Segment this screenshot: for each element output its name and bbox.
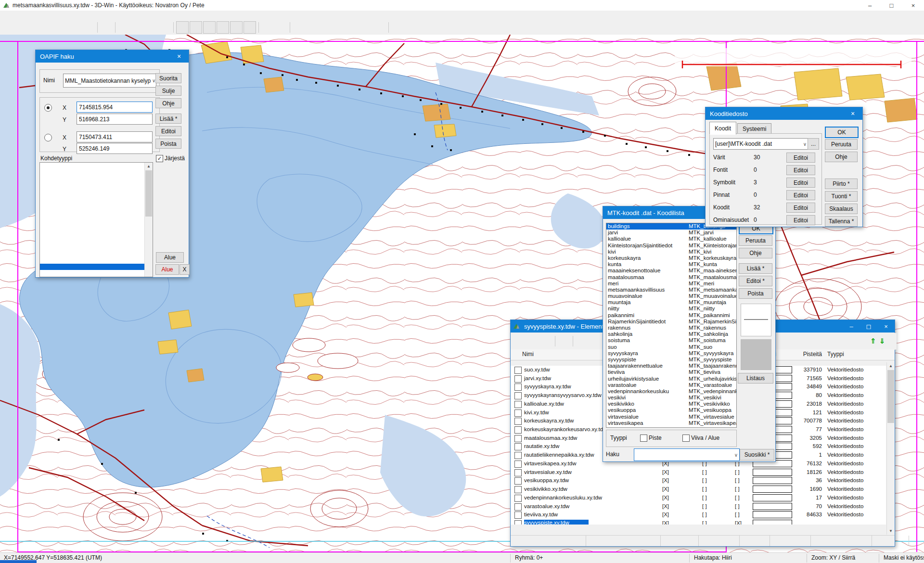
alue-button[interactable]: Alue — [156, 252, 184, 263]
element-scrollbar[interactable]: ▲ ▼ — [886, 362, 895, 535]
KiinteistorajanSijaintitiedot[interactable]: KiinteistorajanSijaintitiedot MTK_Kiinte… — [606, 243, 736, 249]
file-checkbox[interactable] — [514, 401, 522, 408]
file-checkbox[interactable] — [514, 520, 522, 525]
file-checkbox[interactable] — [514, 392, 522, 399]
vesikivikko[interactable]: vesikivikko MTK_vesikivikko — [606, 401, 736, 407]
jarjesta-checkbox[interactable] — [156, 155, 163, 162]
delete-button[interactable]: Poista — [155, 139, 181, 149]
flag-3[interactable]: [X] — [735, 520, 742, 525]
flag-3[interactable]: [ ] — [735, 503, 740, 509]
tuonti-button[interactable]: Tuonti * — [825, 191, 858, 202]
minimize-icon[interactable]: – — [859, 0, 881, 11]
syvyyspiste[interactable]: syvyyspiste MTK_syvyyspiste — [606, 357, 736, 363]
hatch-pattern-icon[interactable] — [158, 21, 171, 34]
redo-icon[interactable] — [275, 21, 287, 34]
list-item[interactable] — [40, 239, 153, 245]
redraw-icon[interactable] — [190, 21, 202, 34]
menu-item[interactable] — [116, 14, 127, 16]
vesikivi[interactable]: vesikivi MTK_vesikivi — [606, 395, 736, 401]
flag-3[interactable]: [ ] — [735, 495, 740, 500]
flag-2[interactable]: [ ] — [702, 477, 707, 483]
suorita-button[interactable]: Suorita — [155, 73, 181, 83]
editoi-button[interactable]: Editoi — [786, 215, 815, 225]
editoi-button[interactable]: Editoi — [786, 165, 815, 175]
skaalaus-button[interactable]: Skaalaus — [825, 204, 858, 214]
korkeuskayra[interactable]: korkeuskayra MTK_korkeuskayra — [606, 255, 736, 261]
file-checkbox[interactable] — [514, 452, 522, 459]
browse-button[interactable]: ... — [808, 138, 819, 150]
vedenpinnankorkeusluku[interactable]: vedenpinnankorkeusluku MTK_vedenpinnanko… — [606, 388, 736, 395]
flag-1[interactable]: [X] — [662, 512, 669, 517]
save-as-icon[interactable] — [55, 21, 68, 34]
point-add-multi-icon[interactable] — [320, 21, 332, 34]
undo-icon[interactable] — [261, 21, 274, 34]
tab-koodit[interactable]: Koodit — [709, 122, 736, 135]
list-item[interactable] — [40, 232, 153, 239]
sahkolinja[interactable]: sahkolinja MTK_sahkolinja — [606, 331, 736, 337]
file-checkbox[interactable] — [514, 375, 522, 383]
edit-button[interactable]: Editoi * — [739, 276, 772, 286]
copy-clipboard-icon[interactable] — [100, 21, 113, 34]
add-file-icon[interactable] — [558, 335, 570, 347]
soistuma[interactable]: soistuma MTK_soistuma — [606, 337, 736, 344]
list-item[interactable] — [40, 207, 153, 213]
color-swatch[interactable] — [753, 503, 792, 510]
menu-item[interactable] — [106, 14, 116, 16]
menu-item[interactable] — [32, 14, 42, 16]
menu-item[interactable] — [64, 14, 74, 16]
close-icon[interactable]: × — [877, 320, 895, 333]
edit-button[interactable]: Editoi — [155, 126, 181, 136]
flag-2[interactable]: [ ] — [702, 486, 707, 492]
help-button[interactable]: Ohje — [825, 152, 858, 162]
code-file-select[interactable]: [user]\MTK-koodit .dat∨ — [713, 138, 808, 150]
menu-item[interactable] — [42, 14, 53, 16]
flag-2[interactable]: [ ] — [702, 512, 707, 517]
file-checkbox[interactable] — [514, 503, 522, 511]
meri[interactable]: meri MTK_meri — [606, 281, 736, 287]
kallioalue[interactable]: kallioalue MTK_kallioalue — [606, 236, 736, 242]
RajamerkinSijaintitiedot[interactable]: RajamerkinSijaintitiedot MTK_RajamerkinS… — [606, 319, 736, 325]
file-checkbox[interactable] — [514, 409, 522, 417]
color-swatch[interactable] — [753, 486, 792, 493]
list-item[interactable] — [40, 270, 153, 276]
kooditiedosto-titlebar[interactable]: Kooditiedosto × — [706, 107, 862, 120]
color-swatch[interactable] — [753, 511, 792, 518]
fit-drawing-icon[interactable] — [145, 21, 157, 34]
editoi-button[interactable]: Editoi — [786, 203, 815, 213]
editoi-button[interactable]: Editoi — [786, 178, 815, 188]
open-add-icon[interactable] — [15, 21, 27, 34]
file-checkbox[interactable] — [514, 477, 522, 485]
list-item[interactable] — [40, 245, 153, 251]
menu-item[interactable] — [85, 14, 95, 16]
syvyyspiste.xy.tdw[interactable]: syvyyspiste.xy.tdw [X] [ ] [X] — [511, 519, 886, 525]
haku-input[interactable]: ∨ — [634, 448, 740, 461]
kohdetyyppi-list[interactable]: ▲ — [39, 162, 153, 277]
flag-1[interactable]: [X] — [662, 520, 669, 525]
list-item[interactable] — [40, 201, 153, 207]
coord2-radio[interactable] — [44, 134, 52, 141]
chevron-down-icon[interactable]: ∨ — [802, 141, 807, 147]
flag-3[interactable]: [ ] — [735, 512, 740, 517]
list-scrollbar[interactable]: ▲ — [144, 163, 153, 277]
paikannimi[interactable]: paikannimi MTK_paikannimi — [606, 312, 736, 319]
cancel-button[interactable]: Peruuta — [739, 235, 772, 246]
move-up-icon[interactable]: ⇑ — [870, 337, 876, 345]
x12-icon[interactable] — [418, 21, 431, 34]
virtavesialue[interactable]: virtavesialue MTK_virtavesialue — [606, 414, 736, 420]
save-query-icon[interactable] — [69, 21, 81, 34]
coord2-y-input[interactable]: 525246.149 — [77, 143, 153, 154]
maximize-icon[interactable]: □ — [881, 0, 902, 11]
coord2-x-input[interactable]: 7150473.411 — [77, 131, 153, 142]
chevron-down-icon[interactable]: ∨ — [733, 452, 738, 458]
menu-item[interactable] — [0, 14, 11, 16]
list-item[interactable] — [40, 181, 153, 188]
list-item[interactable] — [40, 188, 153, 194]
point-add-icon[interactable] — [306, 21, 319, 34]
pan-right-icon[interactable] — [217, 21, 229, 34]
chevron-down-icon[interactable]: ∨ — [151, 78, 155, 83]
vesikivikko.xy.tdw[interactable]: vesikivikko.xy.tdw [X] [ ] [ ] 1690 Vekt… — [511, 485, 886, 494]
muuavoinalue[interactable]: muuavoinalue MTK_muuavoinalue — [606, 293, 736, 299]
color-swatch[interactable] — [753, 469, 792, 476]
editoi-button[interactable]: Editoi — [786, 153, 815, 163]
menu-item[interactable] — [74, 14, 85, 16]
